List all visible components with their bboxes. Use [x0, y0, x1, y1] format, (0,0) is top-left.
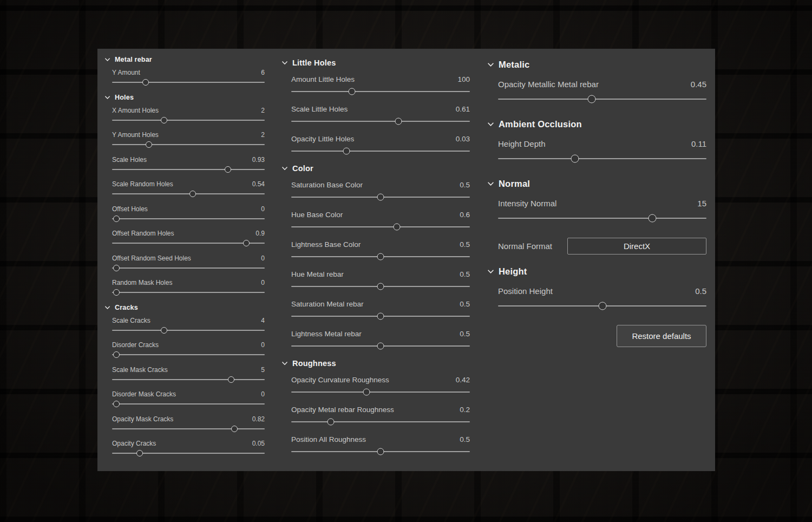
slider-track[interactable]	[112, 218, 265, 219]
slider-track[interactable]	[112, 144, 265, 145]
height-depth-slider[interactable]	[498, 151, 706, 167]
saturation-base-color-slider[interactable]	[291, 190, 470, 204]
opacity-cracks-slider[interactable]	[112, 448, 265, 459]
chevron-down-icon[interactable]	[104, 95, 110, 100]
amount-little-holes-slider[interactable]	[291, 84, 470, 99]
slider-thumb[interactable]	[228, 376, 234, 383]
slider-track[interactable]	[112, 292, 265, 293]
section-header-holes[interactable]: Holes	[104, 93, 265, 102]
slider-thumb[interactable]	[113, 401, 120, 407]
slider-thumb[interactable]	[363, 389, 370, 396]
lightness-base-color-slider[interactable]	[291, 250, 470, 264]
slider-track[interactable]	[112, 354, 265, 355]
chevron-down-icon[interactable]	[487, 62, 494, 67]
disorder-mask-cracks-slider[interactable]	[112, 399, 265, 409]
position-all-roughness-slider[interactable]	[291, 445, 470, 459]
slider-thumb[interactable]	[189, 191, 196, 197]
slider-thumb[interactable]	[113, 351, 120, 358]
scale-holes-slider[interactable]	[112, 164, 265, 175]
scale-random-holes-slider[interactable]	[112, 188, 265, 199]
normal-format-dropdown[interactable]: DirectX	[567, 238, 706, 255]
slider-track[interactable]	[112, 82, 265, 83]
opacity-metal-rebar-roughness-slider[interactable]	[291, 415, 470, 429]
slider-track[interactable]	[112, 379, 265, 380]
slider-thumb[interactable]	[598, 302, 606, 310]
y-amount-holes-slider[interactable]	[112, 139, 265, 150]
offset-random-seed-holes-slider[interactable]	[112, 263, 265, 273]
slider-thumb[interactable]	[113, 265, 120, 271]
slider-track[interactable]	[498, 99, 706, 100]
slider-thumb[interactable]	[395, 118, 402, 125]
slider-thumb[interactable]	[161, 327, 167, 334]
section-header-ambient-occlusion[interactable]: Ambient Occlusion	[487, 118, 706, 130]
section-header-metalic[interactable]: Metalic	[487, 58, 706, 70]
slider-thumb[interactable]	[343, 148, 350, 155]
chevron-down-icon[interactable]	[281, 361, 288, 366]
section-header-cracks[interactable]: Cracks	[104, 303, 265, 312]
x-amount-holes-slider[interactable]	[112, 115, 265, 126]
slider-thumb[interactable]	[377, 283, 384, 290]
slider-track[interactable]	[112, 330, 265, 331]
chevron-down-icon[interactable]	[281, 61, 288, 65]
slider-thumb[interactable]	[349, 88, 356, 95]
slider-thumb[interactable]	[231, 426, 238, 432]
slider-thumb[interactable]	[377, 448, 384, 455]
chevron-down-icon[interactable]	[487, 181, 494, 186]
slider-track[interactable]	[112, 267, 265, 269]
saturation-metal-rebar-slider[interactable]	[291, 309, 470, 323]
offset-holes-slider[interactable]	[112, 213, 265, 224]
restore-defaults-button[interactable]: Restore defaults	[617, 325, 706, 347]
slider-track[interactable]	[498, 218, 706, 219]
scale-mask-cracks-slider[interactable]	[112, 374, 265, 385]
slider-thumb[interactable]	[377, 313, 384, 320]
section-header-normal[interactable]: Normal	[487, 178, 706, 190]
section-header-little-holes[interactable]: Little Holes	[281, 57, 470, 68]
slider-thumb[interactable]	[377, 343, 384, 350]
random-mask-holes-slider[interactable]	[112, 287, 265, 298]
chevron-down-icon[interactable]	[104, 305, 110, 310]
slider-thumb[interactable]	[648, 214, 656, 223]
section-header-metal-rebar[interactable]: Metal rebar	[104, 55, 265, 64]
chevron-down-icon[interactable]	[487, 122, 494, 127]
slider-thumb[interactable]	[571, 155, 579, 163]
slider-track[interactable]	[112, 243, 265, 244]
hue-metal-rebar-slider[interactable]	[291, 279, 470, 293]
y-amount-slider[interactable]	[112, 77, 265, 88]
section-header-roughness[interactable]: Roughness	[281, 358, 470, 369]
slider-thumb[interactable]	[225, 166, 231, 173]
slider-track[interactable]	[112, 169, 265, 170]
scale-cracks-slider[interactable]	[112, 325, 265, 336]
lightness-metal-rebar-slider[interactable]	[291, 339, 470, 353]
section-header-color[interactable]: Color	[281, 163, 470, 174]
slider-track[interactable]	[112, 193, 265, 194]
chevron-down-icon[interactable]	[281, 166, 288, 171]
slider-track[interactable]	[291, 421, 470, 422]
slider-track[interactable]	[112, 453, 265, 454]
scale-little-holes-slider[interactable]	[291, 114, 470, 128]
slider-thumb[interactable]	[377, 194, 384, 201]
section-header-height[interactable]: Height	[487, 265, 706, 277]
slider-track[interactable]	[498, 158, 706, 159]
opacity-metallic-metal-rebar-slider[interactable]	[498, 91, 706, 107]
chevron-down-icon[interactable]	[104, 57, 110, 62]
disorder-cracks-slider[interactable]	[112, 349, 265, 360]
opacity-little-holes-slider[interactable]	[291, 144, 470, 158]
chevron-down-icon[interactable]	[487, 269, 494, 274]
slider-track[interactable]	[291, 226, 470, 227]
slider-thumb[interactable]	[327, 419, 334, 426]
slider-track[interactable]	[112, 403, 265, 404]
slider-thumb[interactable]	[113, 289, 120, 296]
slider-thumb[interactable]	[243, 240, 250, 246]
slider-track[interactable]	[291, 91, 470, 92]
slider-thumb[interactable]	[377, 253, 384, 260]
slider-thumb[interactable]	[113, 216, 120, 222]
slider-track[interactable]	[112, 120, 265, 121]
slider-track[interactable]	[291, 392, 470, 393]
slider-track[interactable]	[291, 121, 470, 122]
slider-thumb[interactable]	[393, 224, 400, 231]
slider-thumb[interactable]	[136, 450, 143, 456]
slider-thumb[interactable]	[161, 117, 167, 123]
slider-track[interactable]	[291, 151, 470, 152]
hue-base-color-slider[interactable]	[291, 220, 470, 234]
slider-track[interactable]	[112, 428, 265, 429]
